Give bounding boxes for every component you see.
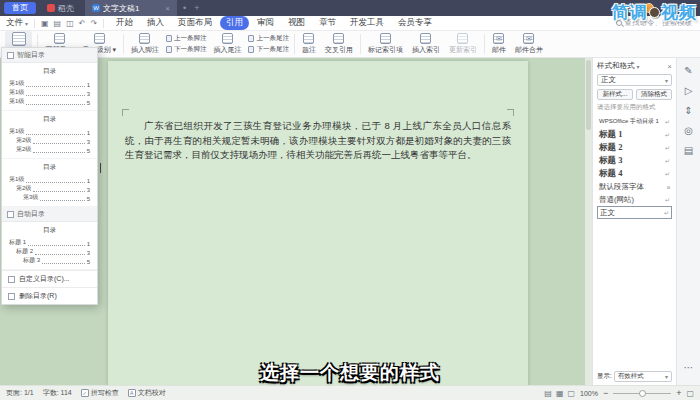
home-button[interactable]: 首页 <box>4 2 36 14</box>
select-cursor-icon[interactable]: ▷ <box>685 86 693 96</box>
tab-close-icon[interactable]: × <box>165 4 170 13</box>
footnote-nav-icon <box>248 35 254 42</box>
ribbon-button-插入索引[interactable]: 插入索引 <box>410 33 442 55</box>
status-bar: 页面: 1/1字数: 114✓拼写检查A文档校对 ▤▦▢ 100% − + ▢ <box>0 385 700 400</box>
ribbon-button-上一条脚注[interactable]: 上一条脚注 <box>166 34 207 43</box>
auto-toc-style[interactable]: 目录标题 11标题 23标题 35 <box>2 222 97 270</box>
menu-bar: 文件▾ ▣▤◫↶↷ 开始插入页面布局引用审阅视图章节开发工具会员专享 查找命令、… <box>0 16 700 31</box>
tab-document[interactable]: W 文字文稿1 × <box>85 0 177 16</box>
find-replace-icon[interactable]: ◎ <box>684 126 693 136</box>
divider <box>34 19 35 28</box>
smart-toc-style-2[interactable]: 目录第1级1第2级3第2级5 <box>2 111 97 159</box>
zoom-slider[interactable] <box>613 393 671 394</box>
chevron-down-icon[interactable]: ▾ <box>637 63 640 70</box>
delete-toc-item[interactable]: 删除目录(R) <box>2 287 97 304</box>
ribbon-button-插入脚注[interactable]: 插入脚注 <box>129 33 161 55</box>
paragraph-mark-icon: ↵ <box>665 144 670 151</box>
view-mode-icon-1[interactable]: ▤ <box>544 389 552 398</box>
toc-preview-row: 第2级3 <box>9 136 90 145</box>
style-item-正文[interactable]: 正文↵ <box>597 206 672 219</box>
custom-toc-icon <box>8 276 15 283</box>
preview-icon[interactable]: ◫ <box>66 19 74 28</box>
document-page[interactable]: 广东省已组织开发了三孩生育登记业务办理模块，已于 8 月上线广东全员人口信息系统… <box>108 61 528 385</box>
menu-tab-开发工具[interactable]: 开发工具 <box>344 16 390 30</box>
ribbon-button-邮件合并[interactable]: ✉邮件合并 <box>513 33 545 55</box>
delete-toc-icon <box>8 293 15 300</box>
smart-toc-style-1[interactable]: 目录第1级1第1级3第1级5 <box>2 63 97 111</box>
print-icon[interactable]: ▤ <box>54 19 62 28</box>
save-icon[interactable]: ▣ <box>41 19 49 28</box>
ribbon-item-icon <box>333 33 344 44</box>
toc-preview-row: 第1级1 <box>9 79 90 88</box>
fullscreen-icon[interactable]: ▢ <box>686 389 694 398</box>
toc-preview-row: 第1级3 <box>9 88 90 97</box>
ribbon-button-插入尾注[interactable]: 插入尾注 <box>211 33 243 55</box>
zoom-out-button[interactable]: − <box>603 389 608 398</box>
style-item-标题 3[interactable]: 标题 3↵ <box>597 154 672 167</box>
ribbon-separator <box>360 34 361 54</box>
ribbon-button-更新索引[interactable]: 更新索引 <box>447 33 479 55</box>
menu-tab-插入[interactable]: 插入 <box>141 16 170 30</box>
status-item[interactable]: A文档校对 <box>128 388 166 398</box>
custom-toc-item[interactable]: 自定义目录(C)... <box>2 270 97 287</box>
ribbon-item-icon <box>457 33 468 44</box>
style-item-标题 1[interactable]: 标题 1↵ <box>597 128 672 141</box>
ribbon-button-标记索引项[interactable]: 标记索引项 <box>366 33 405 55</box>
ribbon-item-icon <box>222 33 233 44</box>
redo-icon[interactable]: ↷ <box>90 19 97 28</box>
document-paragraph[interactable]: 广东省已组织开发了三孩生育登记业务办理模块，已于 8 月上线广东全员人口信息系统… <box>125 119 511 163</box>
ribbon-item-icon <box>380 33 391 44</box>
menu-tab-页面布局[interactable]: 页面布局 <box>172 16 218 30</box>
menu-tab-章节[interactable]: 章节 <box>313 16 342 30</box>
current-style-dropdown[interactable]: 正文 ▾ <box>597 74 672 86</box>
vertical-scrollbar[interactable] <box>585 58 592 385</box>
status-item[interactable]: 页面: 1/1 <box>6 388 34 398</box>
ribbon-stack: 上一条尾注下一条尾注 <box>248 34 289 54</box>
clear-format-button[interactable]: 清除格式 <box>636 89 672 100</box>
tab-docer[interactable]: 稻壳 <box>40 0 81 16</box>
footnote-nav-icon <box>248 46 254 53</box>
style-item-标题 4[interactable]: 标题 4↵ <box>597 167 672 180</box>
styles-format-panel: 样式和格式 ▾ × 正文 ▾ 新样式... 清除格式 请选择要应用的格式 WPS… <box>592 58 676 385</box>
ribbon-button-题注[interactable]: 题注 <box>300 33 318 55</box>
footnote-nav-icon <box>166 35 172 42</box>
panel-title: 样式和格式 <box>597 61 635 71</box>
menu-tab-会员专享[interactable]: 会员专享 <box>392 16 438 30</box>
style-item-默认段落字体[interactable]: 默认段落字体a <box>597 180 672 193</box>
style-item-普通(网站)[interactable]: 普通(网站)↵ <box>597 193 672 206</box>
ribbon-button-邮件[interactable]: ✉邮件 <box>490 33 508 55</box>
toc-preview-row: 标题 35 <box>9 256 90 265</box>
toc-preview-row: 第1级1 <box>9 175 90 184</box>
divider <box>103 19 104 28</box>
file-menu[interactable]: 文件▾ <box>6 17 28 29</box>
edit-pen-icon[interactable]: ✎ <box>684 66 692 76</box>
line-spacing-icon[interactable]: ⇕ <box>684 106 692 116</box>
view-mode-icon-2[interactable]: ▦ <box>556 389 564 398</box>
menu-tab-引用[interactable]: 引用 <box>220 16 249 30</box>
zoom-slider-knob[interactable] <box>639 390 646 397</box>
ribbon-button-下一条尾注[interactable]: 下一条尾注 <box>248 45 289 54</box>
new-style-button[interactable]: 新样式... <box>597 89 633 100</box>
scrollbar-thumb[interactable] <box>586 60 591 130</box>
style-item-WPSOffice 手动目录 1[interactable]: WPSOffice 手动目录 1↵ <box>597 115 672 128</box>
undo-icon[interactable]: ↶ <box>79 19 86 28</box>
zoom-in-button[interactable]: + <box>676 389 681 398</box>
toc-dropdown-panel: 智能目录目录第1级1第1级3第1级5目录第1级1第2级3第2级5目录第1级1第2… <box>1 47 98 305</box>
smart-toc-style-3[interactable]: 目录第1级1第2级3第3级5 <box>2 159 97 207</box>
status-item[interactable]: ✓拼写检查 <box>81 388 119 398</box>
current-style-value: 正文 <box>601 75 616 85</box>
ribbon-button-交叉引用[interactable]: 交叉引用 <box>323 33 355 55</box>
ribbon-button-下一条脚注[interactable]: 下一条脚注 <box>166 45 207 54</box>
new-tab-button[interactable]: + <box>192 3 201 13</box>
menu-tab-审阅[interactable]: 审阅 <box>251 16 280 30</box>
menu-tab-视图[interactable]: 视图 <box>282 16 311 30</box>
view-mode-icon-3[interactable]: ▢ <box>567 389 575 398</box>
clipboard-icon[interactable]: ▤ <box>684 146 693 156</box>
style-item-标题 2[interactable]: 标题 2↵ <box>597 141 672 154</box>
ribbon-button-上一条尾注[interactable]: 上一条尾注 <box>248 34 289 43</box>
panel-close-icon[interactable]: × <box>667 62 672 71</box>
ribbon-item-icon: ✉ <box>493 33 504 44</box>
zoom-level[interactable]: 100% <box>580 390 598 397</box>
menu-tab-开始[interactable]: 开始 <box>110 16 139 30</box>
status-item[interactable]: 字数: 114 <box>43 388 72 398</box>
